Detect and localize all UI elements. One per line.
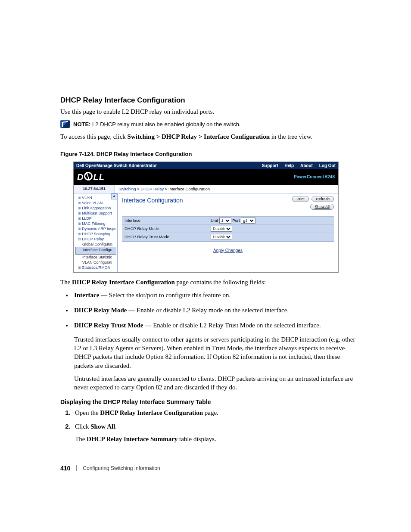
field-relay-mode: DHCP Relay Mode — Enable or disable L2 R…	[72, 306, 359, 315]
access-path-text: To access this page, click Switching > D…	[60, 132, 359, 141]
ss-app-title: Dell OpenManage Switch Administrator	[76, 163, 157, 168]
section-name: Configuring Switching Information	[83, 465, 160, 471]
tree-sub-global[interactable]: Global Configurat	[75, 242, 116, 247]
trust-mode-select[interactable]: Disable	[211, 234, 232, 240]
ss-tree[interactable]: ▲ VLAN Voice VLAN Link Aggregation Multi…	[74, 193, 118, 272]
apply-changes-button[interactable]: Apply Changes	[213, 248, 243, 253]
note: NOTE: L2 DHCP relay must also be enabled…	[60, 120, 359, 128]
ss-breadcrumb: Switching > DHCP Relay > Interface Confi…	[115, 185, 338, 193]
lbl-unit: Unit	[211, 218, 218, 223]
bc-current: Interface Configuration	[168, 187, 210, 191]
ss-form: Interface Unit 1 Port g1 DHCP Relay Mode…	[122, 216, 334, 242]
tree-dyn-arp[interactable]: Dynamic ARP Inspe	[75, 226, 116, 231]
steps-list: Open the DHCP Relay Interface Configurat…	[71, 409, 359, 443]
tree-scroll-up-icon[interactable]: ▲	[111, 193, 117, 199]
section-heading: DHCP Relay Interface Configuration	[60, 96, 359, 105]
tree-vlan[interactable]: VLAN	[75, 195, 116, 200]
step-1: Open the DHCP Relay Interface Configurat…	[72, 409, 359, 417]
tree-dhcp-snoop[interactable]: DHCP Snooping	[75, 231, 116, 236]
tree-multicast[interactable]: Multicast Support	[75, 211, 116, 216]
lbl-interface: Interface	[125, 218, 211, 223]
port-select[interactable]: g1	[241, 218, 255, 224]
ss-link-about[interactable]: About	[300, 163, 313, 168]
fields-intro: The DHCP Relay Interface Configuration p…	[60, 278, 359, 286]
lbl-port: Port	[232, 218, 240, 223]
ss-titlebar: Dell OpenManage Switch Administrator Sup…	[74, 162, 338, 169]
intro-text: Use this page to enable L2 DHCP relay on…	[60, 107, 359, 116]
ss-device-model: PowerConnect 6248	[294, 174, 335, 179]
tree-lldp[interactable]: LLDP	[75, 216, 116, 221]
relay-mode-select[interactable]: Disable	[211, 226, 232, 232]
tree-link-agg[interactable]: Link Aggregation	[75, 205, 116, 211]
note-icon	[60, 120, 70, 128]
ss-link-logout[interactable]: Log Out	[319, 163, 336, 168]
subheading: Displaying the DHCP Relay Interface Summ…	[60, 398, 359, 405]
note-body: L2 DHCP relay must also be enabled globa…	[92, 121, 240, 128]
lbl-relay-mode: DHCP Relay Mode	[125, 226, 211, 231]
tree-sub-vlan-config[interactable]: VLAN Configurati	[75, 260, 116, 265]
figure-caption: Figure 7-124. DHCP Relay Interface Confi…	[60, 151, 359, 157]
unit-select[interactable]: 1	[219, 218, 231, 224]
field-list: Interface — Select the slot/port to conf…	[72, 291, 359, 392]
screenshot-figure: Dell OpenManage Switch Administrator Sup…	[73, 162, 339, 273]
note-label: NOTE:	[73, 121, 90, 128]
tree-dhcp-relay[interactable]: DHCP Relay	[75, 236, 116, 242]
showall-button[interactable]: Show All	[310, 204, 334, 210]
tree-sub-interface-config[interactable]: Interface Configu	[75, 247, 116, 255]
dell-logo: DLL	[77, 172, 105, 182]
tree-mac-filter[interactable]: MAC Filtering	[75, 221, 116, 226]
step-2: Click Show All. The DHCP Relay Interface…	[72, 423, 359, 443]
bc-dhcp-relay[interactable]: DHCP Relay	[141, 187, 164, 191]
page-footer: 410 Configuring Switching Information	[60, 465, 160, 472]
ss-link-help[interactable]: Help	[285, 163, 294, 168]
page-number: 410	[60, 465, 70, 472]
tree-voice-vlan[interactable]: Voice VLAN	[75, 200, 116, 205]
tree-sub-interface-stats[interactable]: Interface Statistic	[75, 255, 116, 260]
print-button[interactable]: Print	[292, 196, 309, 202]
ss-link-support[interactable]: Support	[262, 163, 278, 168]
refresh-button[interactable]: Refresh	[311, 196, 334, 202]
bc-switching[interactable]: Switching	[118, 187, 136, 191]
field-trust-mode: DHCP Relay Trust Mode — Enable or disabl…	[72, 321, 359, 392]
trust-para1: Trusted interfaces usually connect to ot…	[74, 335, 359, 370]
ss-ip-address: 10.27.64.151	[74, 185, 115, 193]
trust-para2: Untrusted interfaces are generally conne…	[74, 374, 359, 392]
ss-logobar: DLL PowerConnect 6248	[74, 169, 338, 185]
lbl-trust-mode: DHCP Relay Trust Mode	[125, 234, 211, 239]
field-interface: Interface — Select the slot/port to conf…	[72, 291, 359, 300]
tree-stats-rmon[interactable]: Statistics/RMON	[75, 265, 116, 270]
